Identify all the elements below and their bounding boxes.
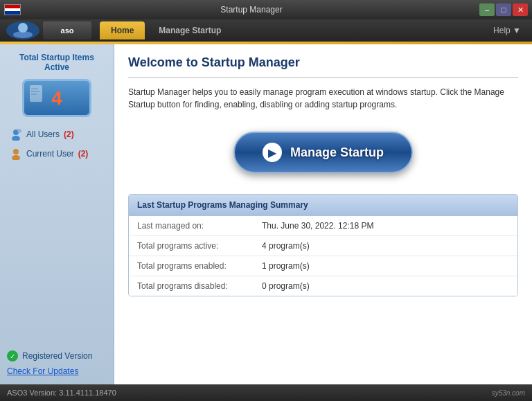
summary-label: Total programs enabled: bbox=[137, 261, 262, 271]
summary-row: Total programs disabled: 0 program(s) bbox=[129, 276, 517, 296]
tab-manage-startup[interactable]: Manage Startup bbox=[148, 21, 232, 39]
summary-value: Thu. June 30, 2022. 12:18 PM bbox=[262, 221, 373, 231]
maximize-button[interactable]: □ bbox=[496, 3, 511, 16]
window-controls: – □ ✕ bbox=[479, 3, 528, 16]
current-user-icon bbox=[10, 148, 22, 160]
summary-label: Last managed on: bbox=[137, 221, 262, 231]
tab-home[interactable]: Home bbox=[100, 21, 145, 39]
summary-header: Last Startup Programs Managing Summary bbox=[129, 195, 517, 216]
all-users-count: (2) bbox=[64, 130, 74, 139]
current-user-count: (2) bbox=[78, 149, 89, 159]
current-user-label: Current User bbox=[26, 149, 74, 159]
close-button[interactable]: ✕ bbox=[513, 3, 528, 16]
content-divider bbox=[128, 77, 518, 78]
summary-box: Last Startup Programs Managing Summary L… bbox=[128, 194, 518, 296]
summary-value: 4 program(s) bbox=[262, 241, 310, 251]
svg-rect-4 bbox=[31, 88, 38, 89]
summary-value: 0 program(s) bbox=[262, 281, 310, 291]
brand-text: sy53n.com bbox=[492, 389, 525, 397]
manage-startup-button[interactable]: ▶ Manage Startup bbox=[233, 132, 413, 173]
app-logo: aso bbox=[43, 21, 91, 39]
title-bar: Startup Manager – □ ✕ bbox=[0, 0, 532, 19]
registered-label: Registered Version bbox=[22, 351, 92, 361]
help-menu[interactable]: Help ▼ bbox=[488, 23, 526, 38]
play-icon: ▶ bbox=[263, 143, 282, 162]
menu-bar: aso Home Manage Startup Help ▼ bbox=[0, 19, 532, 42]
main-content: Welcome to Startup Manager Startup Manag… bbox=[114, 44, 532, 384]
all-users-icon bbox=[10, 128, 22, 141]
all-users-label: All Users bbox=[26, 130, 60, 139]
svg-point-11 bbox=[12, 155, 20, 160]
sidebar: Total Startup Items Active 4 bbox=[0, 44, 114, 384]
summary-label: Total programs active: bbox=[137, 241, 262, 251]
svg-point-9 bbox=[17, 129, 21, 133]
flag-icon bbox=[4, 4, 21, 15]
summary-table: Last managed on: Thu. June 30, 2022. 12:… bbox=[129, 216, 517, 296]
sidebar-title: Total Startup Items Active bbox=[7, 53, 107, 72]
minimize-button[interactable]: – bbox=[479, 3, 495, 16]
counter-badge: 4 bbox=[22, 79, 91, 117]
content-description: Startup Manager helps you to easily mana… bbox=[128, 86, 518, 111]
check-updates-link[interactable]: Check For Updates bbox=[7, 366, 78, 376]
sidebar-bottom: ✓ Registered Version Check For Updates bbox=[7, 350, 107, 376]
svg-rect-5 bbox=[31, 91, 39, 92]
svg-point-2 bbox=[13, 31, 33, 38]
main-container: Total Startup Items Active 4 bbox=[0, 44, 532, 384]
registered-row: ✓ Registered Version bbox=[7, 350, 107, 362]
svg-point-1 bbox=[18, 23, 28, 33]
summary-row: Total programs enabled: 1 program(s) bbox=[129, 256, 517, 276]
summary-row: Total programs active: 4 program(s) bbox=[129, 236, 517, 256]
summary-row: Last managed on: Thu. June 30, 2022. 12:… bbox=[129, 216, 517, 236]
svg-point-10 bbox=[13, 149, 19, 154]
page-title: Welcome to Startup Manager bbox=[128, 55, 518, 70]
manage-btn-container: ▶ Manage Startup bbox=[128, 132, 518, 173]
check-icon: ✓ bbox=[7, 350, 18, 362]
summary-label: Total programs disabled: bbox=[137, 281, 262, 291]
status-bar: ASO3 Version: 3.11.4111.18470 sy53n.com bbox=[0, 384, 532, 401]
svg-rect-6 bbox=[31, 93, 37, 95]
svg-point-8 bbox=[12, 136, 20, 141]
current-user-item[interactable]: Current User (2) bbox=[7, 146, 107, 161]
summary-value: 1 program(s) bbox=[262, 261, 310, 271]
startup-count: 4 bbox=[51, 87, 62, 109]
all-users-item[interactable]: All Users (2) bbox=[7, 127, 107, 142]
window-title: Startup Manager bbox=[24, 5, 479, 15]
manage-btn-label: Manage Startup bbox=[290, 145, 384, 160]
version-text: ASO3 Version: 3.11.4111.18470 bbox=[7, 389, 116, 397]
